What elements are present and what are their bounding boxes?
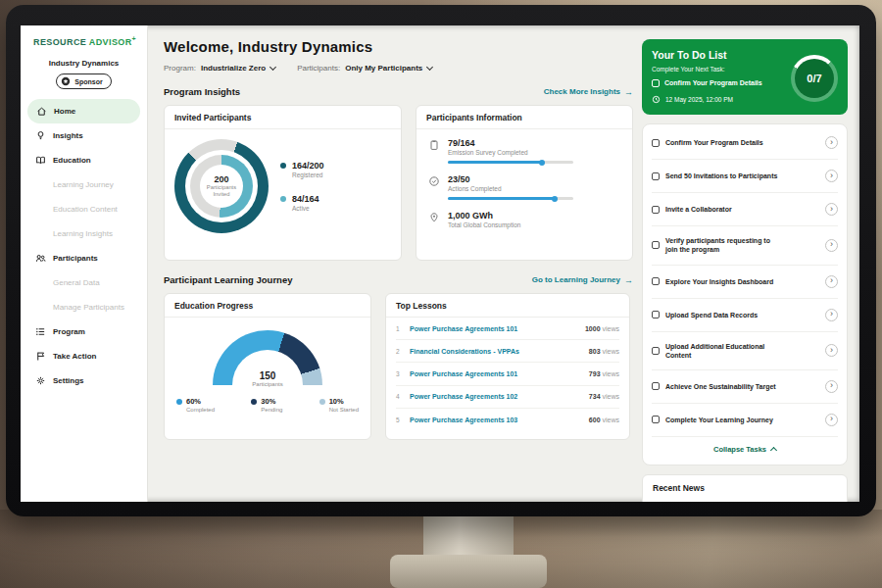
- task-row[interactable]: Achieve One Sustainability Target ›: [652, 370, 838, 404]
- dashboard-screen: RESOURCE ADVISOR+ Industry Dynamics Spon…: [21, 25, 859, 502]
- sidebar-item-learning-journey[interactable]: Learning Journey: [21, 172, 147, 197]
- views-count: 1000: [585, 325, 601, 332]
- invited-card-body: 200 Participants Invited 164/200 Registe: [165, 129, 401, 241]
- todo-panel: Your To Do List Complete Your Next Task:…: [636, 25, 859, 502]
- task-row[interactable]: Upload Additional Educational Content ›: [652, 332, 838, 370]
- task-label: Upload Additional Educational Content: [665, 342, 782, 360]
- sidebar-item-label: Home: [54, 107, 75, 116]
- todo-next-task[interactable]: Confirm Your Program Details: [652, 79, 784, 87]
- check-more-insights-link[interactable]: Check More Insights →: [544, 87, 633, 97]
- book-icon: [34, 155, 46, 167]
- chevron-right-icon: ›: [830, 310, 833, 318]
- program-filter-value: Industrialize Zero: [201, 64, 266, 73]
- chevron-right-icon: ›: [830, 346, 833, 355]
- task-checkbox[interactable]: [652, 311, 660, 318]
- learning-journey-title: Participant Learning Journey: [164, 274, 292, 285]
- sidebar-item-label: Settings: [53, 376, 84, 385]
- top-lessons-card: Top Lessons 1 Power Purchase Agreements …: [385, 293, 630, 440]
- collapse-tasks-link[interactable]: Collapse Tasks: [652, 437, 838, 463]
- legend-registered: 164/200 Registered: [280, 161, 324, 178]
- task-chevron-button[interactable]: ›: [825, 380, 838, 393]
- legend-dot: [280, 196, 286, 202]
- sidebar-item-take-action[interactable]: Take Action: [21, 344, 147, 368]
- sponsor-badge[interactable]: Sponsor: [56, 74, 111, 89]
- task-chevron-button[interactable]: ›: [825, 203, 838, 216]
- lesson-link[interactable]: Financial Considerations - VPPAs: [410, 348, 519, 355]
- education-legend: 60% Completed 30% Pending: [165, 389, 370, 413]
- stat-actions-completed: 23/50 Actions Completed: [428, 174, 620, 200]
- education-gauge: 150 Participants: [213, 330, 322, 387]
- task-label: Upload Spend Data Records: [665, 311, 758, 319]
- task-checkbox[interactable]: [652, 416, 660, 423]
- sidebar-item-home[interactable]: Home: [27, 99, 140, 123]
- checkbox-icon[interactable]: [652, 79, 660, 87]
- task-chevron-button[interactable]: ›: [825, 170, 838, 182]
- task-row[interactable]: Send 50 Invitations to Participants ›: [652, 160, 838, 193]
- recent-news-header[interactable]: Recent News: [642, 474, 848, 502]
- task-row[interactable]: Upload Spend Data Records ›: [652, 299, 838, 332]
- go-to-learning-journey-link[interactable]: Go to Learning Journey →: [532, 275, 633, 285]
- lesson-views: 600 views: [589, 416, 619, 423]
- task-checkbox[interactable]: [652, 347, 660, 355]
- sponsor-star-icon: [61, 76, 71, 86]
- program-filter[interactable]: Program: Industrialize Zero: [164, 64, 275, 73]
- todo-summary-card: Your To Do List Complete Your Next Task:…: [642, 39, 848, 115]
- lesson-link[interactable]: Power Purchase Agreements 102: [410, 393, 517, 400]
- sidebar-item-label: Learning Journey: [53, 180, 114, 189]
- task-row[interactable]: Explore Your Insights Dashboard ›: [652, 266, 838, 299]
- lesson-row[interactable]: 5 Power Purchase Agreements 103 600 view…: [396, 409, 619, 431]
- task-chevron-button[interactable]: ›: [825, 344, 838, 357]
- collapse-label: Collapse Tasks: [713, 445, 766, 454]
- lesson-views: 1000 views: [585, 325, 619, 332]
- program-filter-label: Program:: [164, 64, 196, 73]
- lesson-link[interactable]: Power Purchase Agreements 103: [410, 416, 517, 423]
- sidebar-item-insights[interactable]: Insights: [21, 123, 147, 148]
- legend-pending: 30% Pending: [251, 397, 282, 413]
- legend-label: Registered: [292, 172, 324, 178]
- insights-cards-row: Invited Participants 200 Participants In…: [164, 105, 636, 261]
- sidebar-item-settings[interactable]: Settings: [21, 368, 147, 393]
- task-row[interactable]: Confirm Your Program Details ›: [652, 126, 838, 160]
- task-checkbox[interactable]: [652, 241, 660, 249]
- task-chevron-button[interactable]: ›: [825, 414, 838, 426]
- task-checkbox[interactable]: [652, 172, 660, 180]
- logo-text-advisor: ADVISOR: [89, 37, 132, 47]
- sidebar-item-learning-insights[interactable]: Learning Insights: [21, 221, 147, 246]
- sidebar-item-general-data[interactable]: General Data: [21, 270, 147, 295]
- sidebar-item-manage-participants[interactable]: Manage Participants: [21, 295, 147, 319]
- lesson-row[interactable]: 4 Power Purchase Agreements 102 734 view…: [396, 386, 619, 409]
- task-checkbox[interactable]: [652, 382, 660, 390]
- lesson-row[interactable]: 3 Power Purchase Agreements 101 793 view…: [396, 363, 619, 385]
- monitor-stand-base: [390, 555, 547, 588]
- sidebar-item-participants[interactable]: Participants: [21, 246, 147, 270]
- lesson-row[interactable]: 1 Power Purchase Agreements 101 1000 vie…: [396, 318, 619, 340]
- recent-news-title: Recent News: [653, 483, 705, 493]
- sidebar-item-label: General Data: [53, 278, 100, 287]
- check-circle-icon: [428, 175, 440, 187]
- task-checkbox[interactable]: [652, 277, 660, 285]
- task-checkbox[interactable]: [652, 206, 660, 214]
- sidebar-item-education[interactable]: Education: [21, 148, 147, 172]
- lesson-link[interactable]: Power Purchase Agreements 101: [410, 325, 517, 332]
- task-chevron-button[interactable]: ›: [825, 275, 838, 288]
- task-row[interactable]: Verify participants requesting to join t…: [652, 226, 838, 265]
- participants-filter[interactable]: Participants: Only My Participants: [297, 64, 432, 73]
- donut-center-value: 200: [214, 174, 228, 184]
- home-icon: [35, 106, 47, 118]
- lesson-row[interactable]: 2 Financial Considerations - VPPAs 803 v…: [396, 340, 619, 363]
- sidebar-item-education-content[interactable]: Education Content: [21, 197, 147, 221]
- task-chevron-button[interactable]: ›: [825, 136, 838, 149]
- views-word: views: [602, 370, 619, 377]
- task-chevron-button[interactable]: ›: [825, 309, 838, 321]
- task-chevron-button[interactable]: ›: [825, 239, 838, 252]
- arrow-right-icon: →: [624, 275, 633, 285]
- task-checkbox[interactable]: [652, 139, 660, 147]
- card-title: Education Progress: [165, 294, 370, 318]
- task-row[interactable]: Invite a Collaborator ›: [652, 193, 838, 226]
- legend-dot: [280, 163, 286, 169]
- sidebar-item-program[interactable]: Program: [21, 319, 147, 344]
- lesson-link[interactable]: Power Purchase Agreements 101: [410, 370, 517, 377]
- task-row[interactable]: Complete Your Learning Journey ›: [652, 404, 838, 437]
- progress-track: [448, 161, 573, 164]
- chevron-down-icon: [426, 63, 433, 70]
